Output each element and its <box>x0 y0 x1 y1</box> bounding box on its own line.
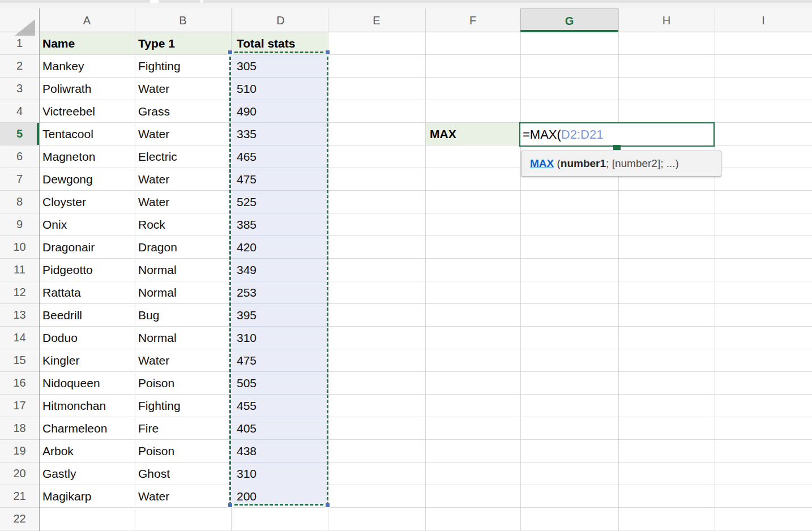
row-header-18[interactable]: 18 <box>0 417 39 439</box>
column-header-a[interactable]: A <box>39 8 135 32</box>
row-header-21[interactable]: 21 <box>0 485 39 507</box>
cell-d3[interactable]: 510 <box>237 78 328 100</box>
cell-a5[interactable]: Tentacool <box>42 123 135 145</box>
cell-a15[interactable]: Kingler <box>42 349 135 372</box>
cell-d11[interactable]: 349 <box>237 259 328 281</box>
row-header-16[interactable]: 16 <box>0 372 39 394</box>
row-header-19[interactable]: 19 <box>0 440 39 462</box>
cell-d16[interactable]: 505 <box>237 372 328 395</box>
cell-a12[interactable]: Rattata <box>42 281 135 304</box>
row-header-20[interactable]: 20 <box>0 463 39 485</box>
tooltip-function-link[interactable]: MAX <box>530 157 554 169</box>
row-header-22[interactable]: 22 <box>0 508 39 530</box>
cell-b2[interactable]: Fighting <box>138 55 231 78</box>
cell-a13[interactable]: Beedrill <box>42 304 135 327</box>
row-header-11[interactable]: 11 <box>0 259 39 281</box>
cell-d7[interactable]: 475 <box>237 168 328 191</box>
cell-b7[interactable]: Water <box>138 168 231 191</box>
cell-a2[interactable]: Mankey <box>42 55 135 78</box>
cell-a19[interactable]: Arbok <box>42 440 135 463</box>
row-header-3[interactable]: 3 <box>0 78 39 100</box>
header-cell-name[interactable]: Name <box>42 32 135 55</box>
cell-a20[interactable]: Gastly <box>42 463 135 485</box>
row-header-7[interactable]: 7 <box>0 168 39 190</box>
cell-a8[interactable]: Cloyster <box>42 191 135 213</box>
cell-b9[interactable]: Rock <box>138 213 231 236</box>
cell-d20[interactable]: 310 <box>237 463 328 485</box>
row-header-13[interactable]: 13 <box>0 304 39 326</box>
row-header-15[interactable]: 15 <box>0 349 39 371</box>
cell-d19[interactable]: 438 <box>237 440 328 463</box>
cell-d13[interactable]: 395 <box>237 304 328 327</box>
cell-d2[interactable]: 305 <box>237 55 328 78</box>
cell-d10[interactable]: 420 <box>237 236 328 259</box>
row-header-14[interactable]: 14 <box>0 327 39 349</box>
cell-b15[interactable]: Water <box>138 349 231 372</box>
column-header-b[interactable]: B <box>135 8 231 32</box>
cell-b21[interactable]: Water <box>138 485 231 508</box>
column-header-f[interactable]: F <box>425 8 520 32</box>
cell-b14[interactable]: Normal <box>138 327 231 349</box>
select-all-button[interactable] <box>0 8 39 32</box>
cell-b20[interactable]: Ghost <box>138 463 231 485</box>
row-header-5[interactable]: 5 <box>0 123 39 145</box>
header-cell-type[interactable]: Type 1 <box>138 32 231 55</box>
cell-editor[interactable]: =MAX(D2:D21 <box>519 122 715 147</box>
cell-b10[interactable]: Dragon <box>138 236 231 259</box>
column-header-h[interactable]: H <box>618 8 715 32</box>
cell-a9[interactable]: Onix <box>42 213 135 236</box>
column-header-e[interactable]: E <box>328 8 425 32</box>
cell-b4[interactable]: Grass <box>138 100 231 123</box>
cell-b13[interactable]: Bug <box>138 304 231 327</box>
row-header-9[interactable]: 9 <box>0 213 39 235</box>
cell-b3[interactable]: Water <box>138 78 231 100</box>
cell-a6[interactable]: Magneton <box>42 145 135 168</box>
cell-b12[interactable]: Normal <box>138 281 231 304</box>
cell-d21[interactable]: 200 <box>237 485 328 508</box>
cell-b11[interactable]: Normal <box>138 259 231 281</box>
row-header-12[interactable]: 12 <box>0 281 39 303</box>
cell-d14[interactable]: 310 <box>237 327 328 349</box>
cell-d12[interactable]: 253 <box>237 281 328 304</box>
cell-a4[interactable]: Victreebel <box>42 100 135 123</box>
cell-f5-label[interactable]: MAX <box>430 123 519 145</box>
row-header-1[interactable]: 1 <box>0 32 39 54</box>
column-header-i[interactable]: I <box>715 8 812 32</box>
cell-d15[interactable]: 475 <box>237 349 328 372</box>
row-header-2[interactable]: 2 <box>0 55 39 77</box>
cell-a11[interactable]: Pidgeotto <box>42 259 135 281</box>
row-header-17[interactable]: 17 <box>0 395 39 417</box>
cell-a3[interactable]: Poliwrath <box>42 78 135 100</box>
row-header-6[interactable]: 6 <box>0 145 39 168</box>
column-header-g[interactable]: G <box>520 8 618 32</box>
cell-b19[interactable]: Poison <box>138 440 231 463</box>
cell-a14[interactable]: Doduo <box>42 327 135 349</box>
active-column-underline <box>520 30 618 32</box>
cell-d17[interactable]: 455 <box>237 395 328 417</box>
cell-a21[interactable]: Magikarp <box>42 485 135 508</box>
cell-a18[interactable]: Charmeleon <box>42 417 135 440</box>
cell-b18[interactable]: Fire <box>138 417 231 440</box>
cell-a10[interactable]: Dragonair <box>42 236 135 259</box>
cell-d9[interactable]: 385 <box>237 213 328 236</box>
formula-prefix: =MAX( <box>523 127 561 142</box>
cell-b17[interactable]: Fighting <box>138 395 231 417</box>
cell-editor-fill-handle[interactable] <box>613 145 621 150</box>
cell-d8[interactable]: 525 <box>237 191 328 213</box>
cell-a17[interactable]: Hitmonchan <box>42 395 135 417</box>
cell-b5[interactable]: Water <box>138 123 231 145</box>
row-header-4[interactable]: 4 <box>0 100 39 122</box>
column-header-d[interactable]: D <box>233 8 328 32</box>
cell-d18[interactable]: 405 <box>237 417 328 440</box>
cell-b8[interactable]: Water <box>138 191 231 213</box>
cell-b16[interactable]: Poison <box>138 372 231 395</box>
row-header-10[interactable]: 10 <box>0 236 39 258</box>
header-cell-total[interactable]: Total stats <box>237 32 328 55</box>
cell-d4[interactable]: 490 <box>237 100 328 123</box>
cell-a16[interactable]: Nidoqueen <box>42 372 135 395</box>
cell-d6[interactable]: 465 <box>237 145 328 168</box>
cell-a7[interactable]: Dewgong <box>42 168 135 191</box>
cell-d5[interactable]: 335 <box>237 123 328 145</box>
row-header-8[interactable]: 8 <box>0 191 39 213</box>
cell-b6[interactable]: Electric <box>138 145 231 168</box>
